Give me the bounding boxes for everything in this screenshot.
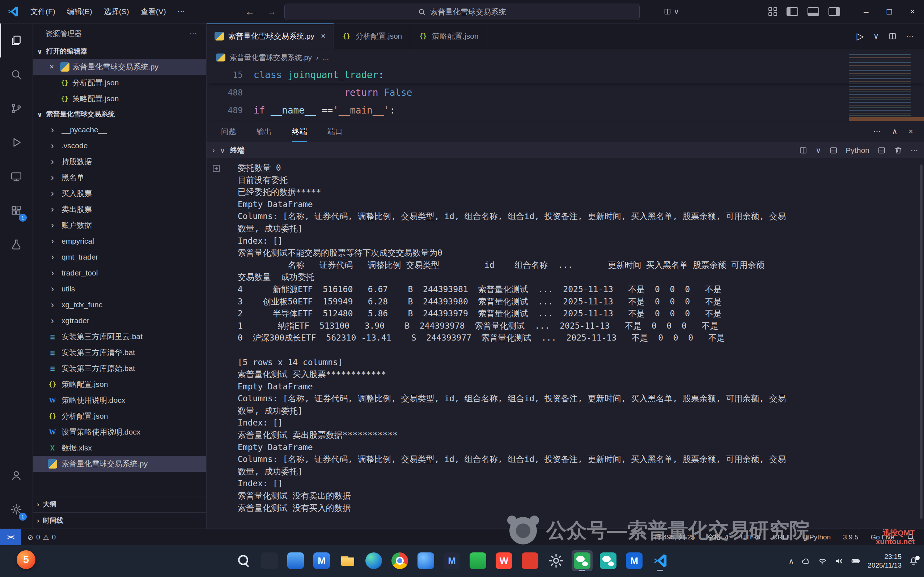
remote-indicator[interactable]: >< (0, 529, 21, 546)
app-green-tile[interactable] (467, 550, 488, 571)
toggle-secondary-sidebar-icon[interactable] (829, 7, 840, 16)
chevron-down-icon[interactable]: ∨ (220, 146, 225, 155)
activity-run-debug[interactable] (0, 126, 32, 160)
edge-browser[interactable] (363, 550, 384, 571)
menu-item-2[interactable]: 选择(S) (98, 4, 135, 19)
tree-file[interactable]: ≡安装第三方库阿里云.bat (32, 329, 206, 345)
editor-tab[interactable]: {}策略配置.json (410, 24, 486, 49)
panel-close-icon[interactable]: × (908, 127, 913, 136)
tree-file[interactable]: X数据.xlsx (32, 440, 206, 456)
open-editors-header[interactable]: ∨ 打开的编辑器 (32, 44, 206, 59)
open-remote-dropdown[interactable]: ∨ (664, 7, 679, 16)
code-editor[interactable]: 15class joinquant_trader:488 return Fals… (207, 66, 924, 121)
start-button[interactable] (207, 550, 228, 571)
hidden-icons-chevron[interactable]: ∧ (789, 557, 794, 566)
split-editor-icon[interactable] (888, 32, 897, 40)
activity-search[interactable] (0, 58, 32, 92)
app-store[interactable] (285, 550, 306, 571)
tree-file[interactable]: 索普量化雪球交易系统.py (32, 456, 206, 472)
tree-file[interactable]: {}分析配置.json (32, 408, 206, 424)
panel-more-icon[interactable]: ⋯ (873, 127, 881, 136)
toggle-sidebar-icon[interactable] (787, 7, 798, 16)
activity-extensions[interactable]: 1 (0, 193, 32, 227)
problems-status[interactable]: ⊘ 0 ⚠ 0 (27, 533, 56, 542)
sidebar-more-icon[interactable]: ⋯ (190, 29, 197, 38)
editor-tab[interactable]: 索普量化雪球交易系统.py× (207, 24, 334, 49)
vscode[interactable] (650, 550, 671, 571)
menu-more[interactable]: ⋯ (172, 5, 191, 18)
status-eol[interactable]: CRLF (773, 533, 791, 541)
status-language-mode[interactable]: {} Python (803, 533, 831, 541)
chevron-down-icon[interactable]: ∨ (816, 146, 821, 155)
open-editor-item[interactable]: {}分析配置.json (32, 75, 206, 91)
open-panel-icon[interactable] (877, 146, 886, 155)
status-indentation[interactable]: 空格: 4 (707, 532, 729, 542)
panel-maximize-icon[interactable]: ∧ (892, 127, 898, 136)
tree-file[interactable]: W策略使用说明.docx (32, 392, 206, 408)
volume-icon[interactable] (834, 556, 844, 566)
tree-folder[interactable]: ›xgtrader (32, 313, 206, 329)
wechat[interactable] (572, 550, 593, 571)
workspace-header[interactable]: ∨ 索普量化雪球交易系统 (32, 106, 206, 122)
activity-testing[interactable] (0, 227, 32, 261)
kill-terminal-icon[interactable] (894, 146, 903, 155)
outline-section[interactable]: › 大纲 (32, 496, 206, 512)
quark-browser[interactable] (415, 550, 436, 571)
minimap[interactable] (849, 54, 911, 116)
panel-tab-端口[interactable]: 端口 (328, 121, 342, 142)
editor-more-icon[interactable]: ⋯ (906, 32, 914, 40)
wechat-work[interactable] (598, 550, 619, 571)
close-icon[interactable]: × (321, 31, 326, 41)
recorder-badge[interactable]: 5 (17, 550, 36, 569)
open-editor-item[interactable]: {}策略配置.json (32, 91, 206, 106)
tree-folder[interactable]: ›黑名单 (32, 169, 206, 185)
maximize-button[interactable]: □ (878, 0, 901, 23)
activity-remote-explorer[interactable] (0, 160, 32, 193)
menu-item-3[interactable]: 查看(V) (135, 4, 172, 19)
status-cursor-position[interactable]: 行 495, 列 25 (654, 532, 695, 542)
split-terminal-icon[interactable] (799, 146, 808, 155)
tree-folder[interactable]: ›账户数据 (32, 217, 206, 233)
command-center-search[interactable]: 索普量化雪球交易系统 (284, 3, 640, 20)
activity-accounts[interactable] (0, 458, 32, 492)
battery-icon[interactable] (851, 556, 860, 566)
close-button[interactable]: × (901, 0, 924, 23)
tree-folder[interactable]: ›trader_tool (32, 265, 206, 281)
search-button[interactable] (233, 550, 254, 571)
tree-folder[interactable]: ›empyrical (32, 233, 206, 249)
breadcrumb[interactable]: 索普量化雪球交易系统.py › ... (207, 49, 924, 66)
status-go-live[interactable]: Go Live (871, 533, 894, 541)
customize-layout-icon[interactable] (769, 7, 777, 16)
tree-file[interactable]: W设置策略使用说明.docx (32, 424, 206, 440)
activity-source-control[interactable] (0, 92, 32, 126)
run-dropdown-icon[interactable]: ∨ (873, 32, 879, 40)
notification-center[interactable] (909, 556, 918, 566)
tree-file[interactable]: ≡安装第三方库原始.bat (32, 361, 206, 376)
file-explorer[interactable] (337, 550, 358, 571)
tree-file[interactable]: {}策略配置.json (32, 376, 206, 392)
terminal-output[interactable]: 委托数量 0目前没有委托已经委托的数据*****Empty DataFrameC… (207, 158, 924, 529)
tree-folder[interactable]: ›买入股票 (32, 185, 206, 201)
editor-tab[interactable]: {}分析配置.json (334, 24, 410, 49)
activity-explorer[interactable] (0, 24, 32, 58)
minimize-button[interactable]: – (855, 0, 878, 23)
timeline-section[interactable]: › 时间线 (32, 512, 206, 529)
settings[interactable] (546, 550, 567, 571)
notifications-bell-icon[interactable] (907, 533, 914, 541)
app-mail[interactable]: M (311, 550, 332, 571)
back-button[interactable]: ← (245, 6, 255, 17)
status-python-version[interactable]: 3.9.5 (843, 533, 858, 541)
panel-tab-终端[interactable]: 终端 (292, 121, 307, 142)
panel-scrollbar[interactable] (920, 164, 922, 519)
panel-tab-输出[interactable]: 输出 (257, 121, 272, 142)
app-m-dark[interactable]: M (441, 550, 462, 571)
tree-file[interactable]: ≡安装第三方库清华.bat (32, 345, 206, 361)
open-editor-item[interactable]: ×索普量化雪球交易系统.py (32, 59, 206, 75)
chrome-browser[interactable] (389, 550, 410, 571)
run-button[interactable]: ▷ (857, 31, 864, 42)
onedrive-cloud-icon[interactable] (801, 556, 810, 566)
app-mail-blue[interactable]: M (624, 550, 645, 571)
app-red-tile[interactable] (520, 550, 541, 571)
tree-folder[interactable]: ›utils (32, 281, 206, 297)
menu-item-0[interactable]: 文件(F) (24, 4, 61, 19)
